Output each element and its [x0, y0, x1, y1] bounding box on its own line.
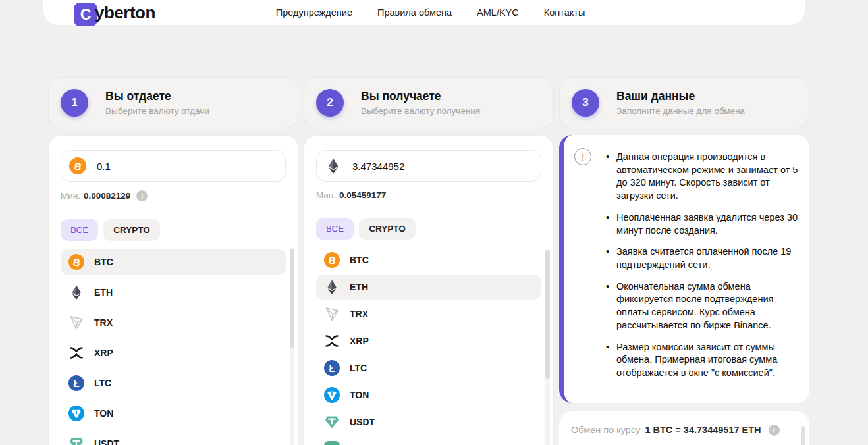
filter-all-chip[interactable]: ВСЕ: [61, 219, 98, 241]
currency-row-usdt-2[interactable]: USDT: [316, 436, 541, 445]
give-list-scrollbar[interactable]: [290, 248, 294, 445]
rate-prefix: Обмен по курсу: [571, 425, 640, 435]
currency-code: LTC: [350, 363, 367, 373]
logo[interactable]: C yberton: [74, 0, 155, 26]
min-label: Мин.: [316, 190, 336, 200]
eth-icon: [325, 157, 342, 174]
nav-link-contacts[interactable]: Контакты: [544, 7, 585, 18]
nav-link-exchange-rules[interactable]: Правила обмена: [377, 7, 452, 18]
warning-icon: [574, 148, 591, 165]
nav-link-aml-kyc[interactable]: AML/KYC: [477, 7, 519, 18]
ton-icon: [68, 406, 84, 421]
currency-row-ltc[interactable]: LTC: [316, 355, 541, 380]
info-bullet: Размер комиссии зависит от суммы обмена.…: [606, 341, 798, 380]
step-3-badge: 3: [572, 89, 599, 117]
usdt-icon: [68, 436, 84, 445]
currency-row-btc[interactable]: BTC: [316, 248, 541, 273]
receive-column: 2 Вы получаете Выберите валюту получения…: [304, 77, 554, 445]
filter-crypto-chip[interactable]: CRYPTO: [359, 218, 416, 240]
min-label: Мин.: [61, 191, 80, 201]
currency-row-ton[interactable]: TON: [316, 382, 541, 407]
receive-min-value: 0.05459177: [339, 190, 386, 200]
step-2-header: 2 Вы получаете Выберите валюту получения: [304, 77, 554, 128]
filter-all-chip[interactable]: ВСЕ: [316, 218, 354, 240]
currency-row-btc[interactable]: BTC: [61, 249, 286, 275]
logo-icon: C: [74, 3, 97, 26]
currency-code: ETH: [94, 287, 113, 298]
exchange-info-card: Данная операция производится в автоматич…: [559, 135, 809, 403]
currency-code: TON: [94, 408, 113, 419]
eth-icon: [68, 284, 84, 300]
step-2-title: Вы получаете: [361, 90, 480, 103]
info-bullet: Данная операция производится в автоматич…: [606, 151, 798, 203]
currency-code: ETH: [350, 282, 368, 292]
give-currency-list: BTC ETH TRX: [61, 249, 286, 445]
receive-filter-chips: ВСЕ CRYPTO: [316, 218, 541, 240]
info-bullet-list: Данная операция производится в автоматич…: [606, 151, 798, 388]
data-column: 3 Ваши данные Заполните данные для обмен…: [559, 77, 809, 445]
currency-code: TRX: [350, 309, 368, 319]
currency-row-trx[interactable]: TRX: [61, 309, 286, 336]
scrollbar-thumb[interactable]: [801, 426, 805, 445]
info-bullet: Окончательная сумма обмена фиксируется п…: [606, 280, 798, 332]
currency-code: XRP: [350, 336, 369, 346]
step-1-header: 1 Вы отдаете Выберите валюту отдачи: [48, 77, 298, 128]
info-bullet: Неоплаченная заявка удалится через 30 ми…: [606, 211, 798, 237]
info-icon[interactable]: [769, 425, 780, 436]
currency-row-ltc[interactable]: LTC: [61, 370, 286, 396]
receive-min-row: Мин. 0.05459177: [316, 190, 541, 200]
currency-row-usdt[interactable]: USDT: [61, 431, 286, 445]
ton-icon: [324, 387, 340, 403]
give-column: 1 Вы отдаете Выберите валюту отдачи 0.1 …: [48, 77, 298, 445]
step-3-subtitle: Заполните данные для обмена: [616, 106, 745, 116]
currency-code: XRP: [94, 348, 113, 358]
ltc-icon: [68, 375, 84, 391]
step-1-title: Вы отдаете: [105, 90, 209, 103]
step-3-title: Ваши данные: [616, 90, 745, 103]
step-3-header: 3 Ваши данные Заполните данные для обмен…: [559, 77, 809, 128]
currency-row-eth[interactable]: ETH: [316, 275, 541, 300]
scrollbar-thumb[interactable]: [545, 250, 550, 379]
usdt-icon: [324, 414, 340, 430]
logo-text: yberton: [95, 3, 155, 23]
currency-code: USDT: [350, 417, 375, 427]
btc-icon: [324, 252, 340, 268]
nav-link-warning[interactable]: Предупреждение: [276, 7, 352, 18]
give-amount-input[interactable]: 0.1: [61, 150, 286, 182]
step-1-subtitle: Выберите валюту отдачи: [105, 106, 209, 116]
currency-row-xrp[interactable]: XRP: [316, 328, 541, 353]
top-nav: C yberton Предупреждение Правила обмена …: [43, 0, 805, 25]
give-panel: 0.1 Мин. 0.00082129 ВСЕ CRYPTO BTC: [48, 135, 298, 445]
currency-code: TRX: [94, 317, 113, 328]
give-min-value: 0.00082129: [84, 191, 130, 201]
nav-links: Предупреждение Правила обмена AML/KYC Ко…: [276, 7, 585, 18]
btc-icon: [69, 157, 86, 174]
receive-list-scrollbar[interactable]: [545, 249, 550, 445]
rate-line: Обмен по курсу 1 BTC = 34.73449517 ETH: [571, 425, 798, 436]
receive-currency-list: BTC ETH TRX: [316, 248, 541, 445]
scrollbar-thumb[interactable]: [290, 249, 294, 348]
currency-row-ton[interactable]: TON: [61, 400, 286, 427]
currency-row-eth[interactable]: ETH: [61, 279, 286, 305]
currency-code: USDT: [94, 438, 119, 445]
currency-row-xrp[interactable]: XRP: [61, 340, 286, 366]
xrp-icon: [324, 333, 340, 349]
step-2-badge: 2: [316, 89, 344, 117]
currency-code: BTC: [94, 257, 113, 267]
currency-row-usdt[interactable]: USDT: [316, 409, 541, 434]
info-icon[interactable]: [136, 190, 148, 201]
btc-icon: [68, 254, 84, 270]
rate-card-scrollbar[interactable]: [801, 426, 805, 445]
usdt-square-icon: [324, 441, 340, 445]
trx-icon: [68, 315, 84, 330]
step-2-subtitle: Выберите валюту получения: [361, 106, 480, 116]
rate-value: 1 BTC = 34.73449517 ETH: [645, 425, 761, 435]
currency-row-trx[interactable]: TRX: [316, 301, 541, 327]
give-min-row: Мин. 0.00082129: [61, 190, 286, 201]
receive-amount-input[interactable]: 3.47344952: [316, 150, 541, 182]
currency-code: BTC: [350, 255, 369, 265]
trx-icon: [324, 306, 340, 322]
eth-icon: [324, 279, 340, 295]
filter-crypto-chip[interactable]: CRYPTO: [103, 219, 160, 241]
currency-code: LTC: [94, 378, 111, 388]
